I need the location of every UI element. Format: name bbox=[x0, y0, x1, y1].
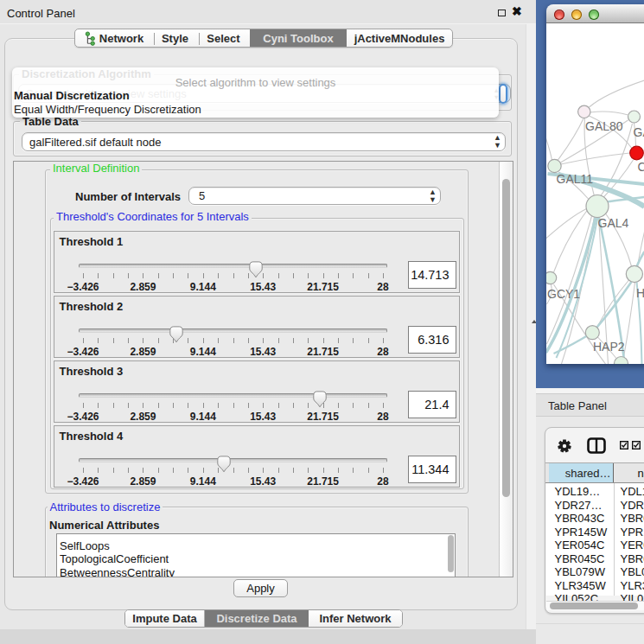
svg-text:CR: CR bbox=[637, 160, 644, 174]
svg-text:HA: HA bbox=[636, 286, 644, 300]
svg-text:GAL4: GAL4 bbox=[597, 216, 628, 230]
svg-text:GCY1: GCY1 bbox=[547, 287, 580, 301]
svg-text:GAL80: GAL80 bbox=[585, 119, 623, 133]
svg-text:HAP2: HAP2 bbox=[593, 340, 625, 354]
svg-text:GAL: GAL bbox=[633, 125, 644, 139]
svg-text:GAL11: GAL11 bbox=[556, 172, 593, 186]
